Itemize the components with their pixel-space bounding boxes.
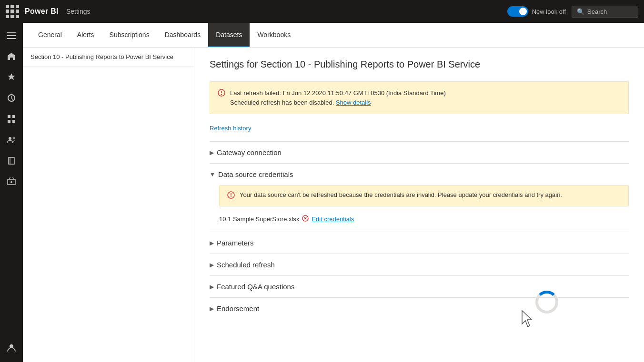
waffle-icon[interactable] — [6, 5, 19, 18]
qa-section-label: Featured Q&A questions — [217, 283, 294, 291]
tab-subscriptions[interactable]: Subscriptions — [102, 23, 157, 47]
credentials-error-icon — [227, 191, 235, 200]
edit-credentials-link[interactable]: Edit credentials — [312, 215, 354, 223]
section-parameters-header[interactable]: ▶ Parameters — [210, 239, 629, 247]
dataset-list: Section 10 - Publishing Reports to Power… — [23, 48, 194, 362]
gateway-section-label: Gateway connection — [217, 148, 282, 157]
section-endorsement-header[interactable]: ▶ Endorsement — [210, 304, 629, 313]
dataset-list-item[interactable]: Section 10 - Publishing Reports to Power… — [23, 48, 194, 67]
account-icon — [7, 343, 16, 354]
svg-rect-7 — [12, 120, 15, 123]
refresh-failed-text: Last refresh failed: Fri Jun 12 2020 11:… — [230, 88, 446, 107]
refresh-history-link[interactable]: Refresh history — [210, 125, 251, 132]
search-icon: 🔍 — [577, 8, 584, 15]
page-title-topbar: Settings — [66, 8, 91, 15]
qa-expand-arrow: ▶ — [210, 284, 214, 290]
sidebar-item-account[interactable] — [2, 339, 21, 358]
content-area: General Alerts Subscriptions Dashboards … — [23, 23, 644, 362]
credentials-error-text: Your data source can't be refreshed beca… — [240, 191, 562, 198]
section-credentials: ▼ Data source credentials — [210, 163, 629, 232]
settings-title: Settings for Section 10 - Publishing Rep… — [210, 59, 629, 70]
svg-rect-2 — [7, 38, 16, 39]
svg-point-8 — [9, 137, 11, 140]
svg-rect-0 — [7, 32, 16, 33]
sidebar-item-workspaces[interactable] — [2, 173, 21, 192]
topbar: Power BI Settings New look off 🔍 Search — [0, 0, 644, 23]
star-icon — [7, 73, 16, 84]
section-qa-header[interactable]: ▶ Featured Q&A questions — [210, 283, 629, 291]
sidebar-item-home[interactable] — [2, 48, 21, 67]
refresh-failed-alert: Last refresh failed: Fri Jun 12 2020 11:… — [210, 81, 629, 114]
credentials-error-alert: Your data source can't be refreshed beca… — [219, 185, 629, 206]
svg-rect-6 — [8, 120, 10, 123]
page-content: Section 10 - Publishing Reports to Power… — [23, 48, 644, 362]
section-gateway: ▶ Gateway connection — [210, 141, 629, 163]
parameters-section-label: Parameters — [217, 239, 254, 247]
error-circle-icon — [218, 89, 225, 98]
svg-point-15 — [221, 94, 222, 95]
section-parameters: ▶ Parameters — [210, 232, 629, 254]
new-look-toggle[interactable] — [507, 6, 528, 17]
sidebar-item-shared[interactable] — [2, 131, 21, 150]
credential-row: 10.1 Sample SuperStore.xlsx Edit credent… — [219, 213, 629, 225]
sidebar-narrow — [0, 23, 23, 362]
main-layout: General Alerts Subscriptions Dashboards … — [0, 23, 644, 362]
svg-point-11 — [10, 181, 12, 183]
refresh-failed-main: Last refresh failed: Fri Jun 12 2020 11:… — [230, 88, 446, 98]
new-look-toggle-area: New look off — [507, 6, 566, 17]
search-box[interactable]: 🔍 Search — [572, 6, 638, 18]
scheduled-section-label: Scheduled refresh — [217, 261, 275, 269]
credentials-content: Your data source can't be refreshed beca… — [210, 178, 629, 225]
app-logo: Power BI — [25, 7, 59, 16]
svg-point-9 — [13, 137, 15, 139]
book-icon — [7, 157, 16, 167]
settings-panel: Settings for Section 10 - Publishing Rep… — [194, 48, 644, 362]
gateway-expand-arrow: ▶ — [210, 149, 214, 156]
tab-alerts[interactable]: Alerts — [70, 23, 102, 47]
tab-workbooks[interactable]: Workbooks — [250, 23, 298, 47]
tab-datasets[interactable]: Datasets — [208, 23, 250, 47]
endorsement-expand-arrow: ▶ — [210, 305, 214, 312]
sidebar-item-learn[interactable] — [2, 152, 21, 171]
svg-rect-5 — [12, 115, 15, 118]
tab-dashboards[interactable]: Dashboards — [157, 23, 209, 47]
apps-icon — [7, 115, 16, 126]
svg-rect-1 — [7, 35, 16, 36]
sidebar-item-menu[interactable] — [2, 27, 21, 46]
refresh-failed-sub: Scheduled refresh has been disabled. Sho… — [230, 98, 446, 108]
sidebar-item-apps[interactable] — [2, 110, 21, 129]
workspaces-icon — [7, 177, 16, 188]
credential-error-icon — [302, 215, 309, 223]
show-details-link[interactable]: Show details — [336, 99, 371, 106]
parameters-expand-arrow: ▶ — [210, 240, 214, 246]
search-placeholder: Search — [587, 8, 607, 15]
endorsement-section-label: Endorsement — [217, 304, 259, 313]
svg-point-18 — [231, 196, 231, 197]
section-endorsement: ▶ Endorsement — [210, 297, 629, 319]
section-gateway-header[interactable]: ▶ Gateway connection — [210, 148, 629, 157]
home-icon — [7, 52, 16, 63]
section-credentials-header[interactable]: ▼ Data source credentials — [210, 170, 629, 178]
section-scheduled-refresh: ▶ Scheduled refresh — [210, 254, 629, 275]
section-qa: ▶ Featured Q&A questions — [210, 275, 629, 297]
tab-general[interactable]: General — [30, 23, 70, 47]
new-look-label: New look off — [532, 8, 566, 15]
people-icon — [7, 136, 16, 146]
svg-rect-4 — [8, 115, 10, 118]
credential-file-name: 10.1 Sample SuperStore.xlsx — [219, 215, 299, 223]
credentials-expand-arrow: ▼ — [210, 171, 215, 178]
section-scheduled-refresh-header[interactable]: ▶ Scheduled refresh — [210, 261, 629, 269]
menu-icon — [7, 31, 16, 41]
tab-bar: General Alerts Subscriptions Dashboards … — [23, 23, 644, 48]
scheduled-expand-arrow: ▶ — [210, 262, 214, 268]
sidebar-item-recent[interactable] — [2, 89, 21, 108]
sidebar-item-favorites[interactable] — [2, 68, 21, 88]
credentials-section-label: Data source credentials — [218, 170, 293, 178]
clock-icon — [7, 94, 16, 105]
